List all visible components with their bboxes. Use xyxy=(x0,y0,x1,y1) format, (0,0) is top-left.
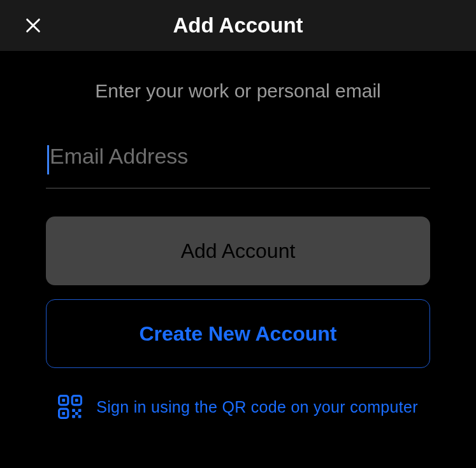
close-button[interactable] xyxy=(20,13,46,38)
svg-rect-10 xyxy=(72,415,75,418)
qr-code-icon xyxy=(58,395,82,419)
text-cursor xyxy=(47,145,49,174)
page-title: Add Account xyxy=(0,13,476,38)
create-new-account-button[interactable]: Create New Account xyxy=(46,299,430,368)
add-account-button-label: Add Account xyxy=(181,239,296,263)
svg-rect-9 xyxy=(78,409,82,412)
svg-rect-11 xyxy=(78,415,82,418)
create-new-account-button-label: Create New Account xyxy=(140,322,337,346)
header-bar: Add Account xyxy=(0,0,476,51)
add-account-button[interactable]: Add Account xyxy=(46,216,430,285)
qr-sign-in-label: Sign in using the QR code on your comput… xyxy=(96,398,418,416)
email-field-wrap[interactable] xyxy=(46,143,430,188)
instruction-text: Enter your work or personal email xyxy=(46,80,430,102)
svg-rect-12 xyxy=(75,412,78,415)
qr-sign-in-link[interactable]: Sign in using the QR code on your comput… xyxy=(46,395,430,419)
svg-rect-8 xyxy=(72,409,75,412)
email-field[interactable] xyxy=(46,143,430,169)
svg-rect-5 xyxy=(75,399,78,402)
close-icon xyxy=(23,15,43,36)
svg-rect-3 xyxy=(62,399,66,402)
content-area: Enter your work or personal email Add Ac… xyxy=(0,80,476,419)
svg-rect-7 xyxy=(62,412,66,415)
